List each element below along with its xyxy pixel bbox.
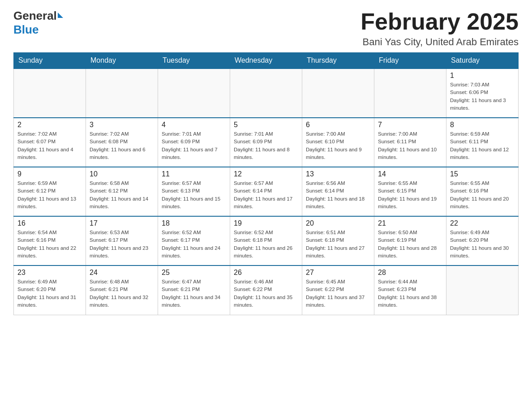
day-info: Sunrise: 6:53 AMSunset: 6:17 PMDaylight:… (90, 229, 154, 260)
day-number: 5 (234, 121, 298, 129)
day-info: Sunrise: 6:59 AMSunset: 6:12 PMDaylight:… (17, 180, 82, 210)
table-row: 15Sunrise: 6:55 AMSunset: 6:16 PMDayligh… (446, 167, 519, 216)
day-number: 17 (90, 219, 154, 227)
logo-triangle-icon (58, 13, 63, 18)
day-number: 4 (162, 121, 226, 129)
col-saturday: Saturday (446, 53, 519, 69)
table-row: 11Sunrise: 6:57 AMSunset: 6:13 PMDayligh… (158, 167, 230, 216)
day-number: 24 (90, 269, 154, 277)
calendar-week-row: 9Sunrise: 6:59 AMSunset: 6:12 PMDaylight… (14, 167, 519, 216)
day-info: Sunrise: 7:00 AMSunset: 6:10 PMDaylight:… (306, 130, 370, 161)
table-row: 13Sunrise: 6:56 AMSunset: 6:14 PMDayligh… (302, 167, 374, 216)
day-number: 11 (162, 170, 226, 178)
day-info: Sunrise: 6:55 AMSunset: 6:15 PMDaylight:… (378, 180, 442, 210)
day-info: Sunrise: 6:50 AMSunset: 6:19 PMDaylight:… (378, 229, 442, 260)
location-subtitle: Bani Yas City, United Arab Emirates (360, 36, 519, 48)
day-info: Sunrise: 6:49 AMSunset: 6:20 PMDaylight:… (450, 229, 515, 260)
day-number: 21 (378, 219, 442, 227)
day-number: 10 (90, 170, 154, 178)
table-row: 9Sunrise: 6:59 AMSunset: 6:12 PMDaylight… (14, 167, 86, 216)
table-row (86, 68, 158, 118)
day-number: 22 (450, 219, 515, 227)
table-row: 27Sunrise: 6:45 AMSunset: 6:22 PMDayligh… (302, 265, 374, 315)
table-row: 28Sunrise: 6:44 AMSunset: 6:23 PMDayligh… (374, 265, 446, 315)
calendar-week-row: 23Sunrise: 6:49 AMSunset: 6:20 PMDayligh… (14, 265, 519, 315)
day-number: 3 (90, 121, 154, 129)
table-row (158, 68, 230, 118)
day-info: Sunrise: 6:57 AMSunset: 6:13 PMDaylight:… (162, 180, 226, 210)
month-title: February 2025 (360, 9, 519, 34)
day-number: 1 (450, 72, 515, 80)
table-row: 17Sunrise: 6:53 AMSunset: 6:17 PMDayligh… (86, 216, 158, 265)
col-tuesday: Tuesday (158, 53, 230, 69)
table-row: 19Sunrise: 6:52 AMSunset: 6:18 PMDayligh… (230, 216, 302, 265)
day-info: Sunrise: 6:46 AMSunset: 6:22 PMDaylight:… (234, 278, 298, 309)
calendar-header-row: Sunday Monday Tuesday Wednesday Thursday… (14, 53, 519, 69)
table-row: 3Sunrise: 7:02 AMSunset: 6:08 PMDaylight… (86, 118, 158, 167)
calendar-table: Sunday Monday Tuesday Wednesday Thursday… (13, 52, 519, 315)
day-number: 15 (450, 170, 515, 178)
table-row (14, 68, 86, 118)
day-info: Sunrise: 6:59 AMSunset: 6:11 PMDaylight:… (450, 130, 515, 161)
table-row: 12Sunrise: 6:57 AMSunset: 6:14 PMDayligh… (230, 167, 302, 216)
day-number: 6 (306, 121, 370, 129)
table-row: 22Sunrise: 6:49 AMSunset: 6:20 PMDayligh… (446, 216, 519, 265)
day-number: 13 (306, 170, 370, 178)
day-number: 12 (234, 170, 298, 178)
table-row: 23Sunrise: 6:49 AMSunset: 6:20 PMDayligh… (14, 265, 86, 315)
day-number: 23 (17, 269, 82, 277)
day-number: 25 (162, 269, 226, 277)
day-info: Sunrise: 6:45 AMSunset: 6:22 PMDaylight:… (306, 278, 370, 309)
logo-general-text: General (13, 9, 57, 23)
day-info: Sunrise: 7:01 AMSunset: 6:09 PMDaylight:… (234, 130, 298, 161)
table-row: 10Sunrise: 6:58 AMSunset: 6:12 PMDayligh… (86, 167, 158, 216)
day-info: Sunrise: 6:56 AMSunset: 6:14 PMDaylight:… (306, 180, 370, 210)
table-row (302, 68, 374, 118)
day-number: 7 (378, 121, 442, 129)
table-row: 21Sunrise: 6:50 AMSunset: 6:19 PMDayligh… (374, 216, 446, 265)
day-number: 2 (17, 121, 82, 129)
day-info: Sunrise: 6:47 AMSunset: 6:21 PMDaylight:… (162, 278, 226, 309)
col-sunday: Sunday (14, 53, 86, 69)
day-number: 16 (17, 219, 82, 227)
day-info: Sunrise: 7:01 AMSunset: 6:09 PMDaylight:… (162, 130, 226, 161)
day-number: 19 (234, 219, 298, 227)
logo-blue-text: Blue (13, 23, 39, 37)
day-number: 8 (450, 121, 515, 129)
table-row: 18Sunrise: 6:52 AMSunset: 6:17 PMDayligh… (158, 216, 230, 265)
table-row: 8Sunrise: 6:59 AMSunset: 6:11 PMDaylight… (446, 118, 519, 167)
day-info: Sunrise: 6:52 AMSunset: 6:18 PMDaylight:… (234, 229, 298, 260)
table-row: 6Sunrise: 7:00 AMSunset: 6:10 PMDaylight… (302, 118, 374, 167)
table-row: 20Sunrise: 6:51 AMSunset: 6:18 PMDayligh… (302, 216, 374, 265)
day-number: 18 (162, 219, 226, 227)
day-info: Sunrise: 6:52 AMSunset: 6:17 PMDaylight:… (162, 229, 226, 260)
day-info: Sunrise: 7:02 AMSunset: 6:07 PMDaylight:… (17, 130, 82, 161)
table-row: 4Sunrise: 7:01 AMSunset: 6:09 PMDaylight… (158, 118, 230, 167)
col-monday: Monday (86, 53, 158, 69)
calendar-week-row: 2Sunrise: 7:02 AMSunset: 6:07 PMDaylight… (14, 118, 519, 167)
day-info: Sunrise: 7:00 AMSunset: 6:11 PMDaylight:… (378, 130, 442, 161)
logo: General Blue (13, 9, 63, 37)
calendar-week-row: 1Sunrise: 7:03 AMSunset: 6:06 PMDaylight… (14, 68, 519, 118)
table-row (446, 265, 519, 315)
day-info: Sunrise: 6:48 AMSunset: 6:21 PMDaylight:… (90, 278, 154, 309)
col-friday: Friday (374, 53, 446, 69)
day-info: Sunrise: 6:58 AMSunset: 6:12 PMDaylight:… (90, 180, 154, 210)
col-thursday: Thursday (302, 53, 374, 69)
table-row: 16Sunrise: 6:54 AMSunset: 6:16 PMDayligh… (14, 216, 86, 265)
day-info: Sunrise: 6:44 AMSunset: 6:23 PMDaylight:… (378, 278, 442, 309)
day-info: Sunrise: 7:02 AMSunset: 6:08 PMDaylight:… (90, 130, 154, 161)
day-info: Sunrise: 6:49 AMSunset: 6:20 PMDaylight:… (17, 278, 82, 309)
header: General Blue February 2025 Bani Yas City… (13, 9, 519, 48)
table-row: 1Sunrise: 7:03 AMSunset: 6:06 PMDaylight… (446, 68, 519, 118)
day-number: 9 (17, 170, 82, 178)
day-number: 20 (306, 219, 370, 227)
day-number: 14 (378, 170, 442, 178)
table-row: 2Sunrise: 7:02 AMSunset: 6:07 PMDaylight… (14, 118, 86, 167)
col-wednesday: Wednesday (230, 53, 302, 69)
table-row: 14Sunrise: 6:55 AMSunset: 6:15 PMDayligh… (374, 167, 446, 216)
table-row: 7Sunrise: 7:00 AMSunset: 6:11 PMDaylight… (374, 118, 446, 167)
table-row: 26Sunrise: 6:46 AMSunset: 6:22 PMDayligh… (230, 265, 302, 315)
table-row: 5Sunrise: 7:01 AMSunset: 6:09 PMDaylight… (230, 118, 302, 167)
day-info: Sunrise: 7:03 AMSunset: 6:06 PMDaylight:… (450, 81, 515, 112)
